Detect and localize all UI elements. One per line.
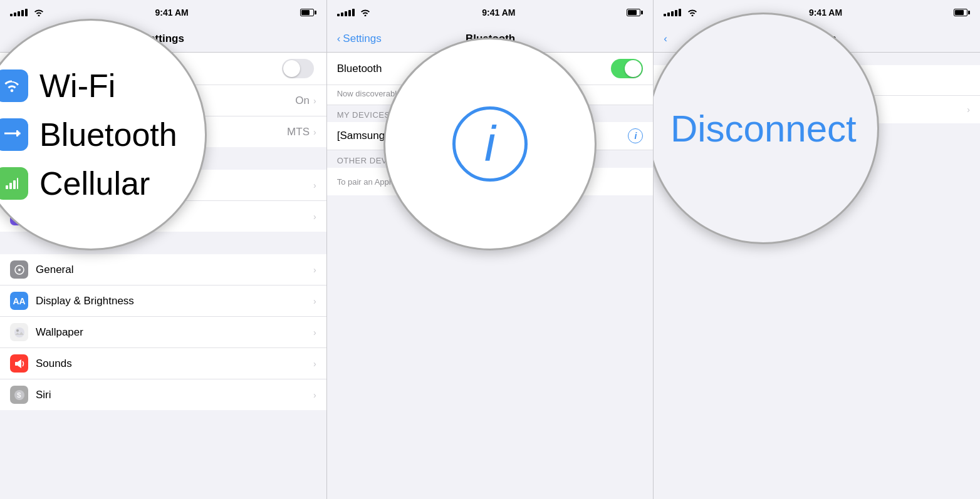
mag-cell-row: Cellular <box>0 165 150 202</box>
mag-cell-label: Cellular <box>39 165 150 202</box>
info-button[interactable]: i <box>628 128 643 143</box>
battery-panel3 <box>954 9 970 16</box>
mag-wifi-label: Wi-Fi <box>39 67 115 105</box>
back-label: Settings <box>343 33 381 45</box>
wallpaper-label: Wallpaper <box>36 326 313 339</box>
display-item[interactable]: AA Display & Brightness › <box>0 286 326 317</box>
cellular-value: MTS <box>287 126 310 138</box>
siri-chevron: › <box>313 390 316 400</box>
signal-panel3 <box>664 8 697 18</box>
status-bar-panel1: 9:41 AM <box>0 0 326 25</box>
wifi-icon-3 <box>687 9 697 16</box>
signal-panel2 <box>337 8 371 18</box>
back-button-panel3[interactable]: ‹ <box>664 33 667 45</box>
mag-bt-icon: ⭢ <box>0 118 28 151</box>
signal-bars-2 <box>337 9 355 16</box>
mag-bt-row: ⭢ Bluetooth <box>0 116 177 153</box>
sounds-icon <box>10 354 28 373</box>
svg-rect-12 <box>13 180 16 189</box>
info-circle: i <box>452 106 528 182</box>
mag-bt-label: Bluetooth <box>39 116 177 153</box>
device-chevron: › <box>967 105 970 115</box>
sounds-item[interactable]: Sounds › <box>0 348 326 379</box>
signal-panel1 <box>10 8 44 18</box>
wallpaper-chevron: › <box>313 327 316 337</box>
status-bar-panel2: 9:41 AM <box>327 0 654 25</box>
time-panel3: 9:41 AM <box>809 8 842 18</box>
back-button-panel2[interactable]: ‹ Settings <box>337 33 382 45</box>
bluetooth-toggle-on[interactable] <box>611 59 643 78</box>
general-item[interactable]: General › <box>0 254 326 286</box>
battery-panel1 <box>300 9 316 16</box>
time-panel2: 9:41 AM <box>482 8 515 18</box>
dnd-chevron: › <box>313 212 316 222</box>
magnifier-panel2: i <box>383 38 597 250</box>
svg-rect-10 <box>6 185 8 189</box>
info-letter: i <box>484 115 496 173</box>
device-detail-panel: 9:41 AM ‹ ear J-Series Disconnect ...et … <box>654 0 980 499</box>
wifi-toggle[interactable] <box>282 59 314 78</box>
display-chevron: › <box>313 296 316 306</box>
siri-label: Siri <box>36 389 313 401</box>
mag-wifi-row: Wi-Fi <box>0 67 115 105</box>
general-group: General › AA Display & Brightness › Wall… <box>0 254 326 410</box>
svg-rect-11 <box>9 183 12 189</box>
mag-wifi-icon <box>0 69 28 102</box>
status-bar-panel3: 9:41 AM <box>654 0 980 25</box>
general-label: General <box>36 264 313 276</box>
back-chevron-3: ‹ <box>664 33 667 45</box>
svg-rect-13 <box>17 178 18 189</box>
bluetooth-value: On <box>295 95 310 107</box>
svg-text:S: S <box>17 392 21 399</box>
magnifier-panel3: Disconnect <box>654 13 879 244</box>
settings-panel: 9:41 AM Settings Wi-Fi ⭢ <box>0 0 327 499</box>
mag-cell-icon <box>0 167 28 200</box>
time-panel1: 9:41 AM <box>155 8 189 18</box>
siri-icon: S <box>10 386 28 404</box>
bluetooth-panel: 9:41 AM ‹ Settings Bluetooth Bluetooth N… <box>327 0 654 499</box>
cellular-chevron: › <box>313 127 316 137</box>
svg-rect-7 <box>15 362 18 366</box>
control-center-chevron: › <box>313 180 316 190</box>
wifi-icon <box>34 9 44 16</box>
general-icon <box>10 260 28 279</box>
svg-point-4 <box>18 269 21 271</box>
svg-point-5 <box>14 327 24 337</box>
svg-point-6 <box>16 329 19 332</box>
sounds-chevron: › <box>313 359 316 369</box>
battery-panel2 <box>627 9 643 16</box>
signal-bars-3 <box>664 9 681 16</box>
general-chevron: › <box>313 265 316 275</box>
signal-bars <box>10 9 28 16</box>
disconnect-magnified: Disconnect <box>670 107 857 150</box>
siri-item[interactable]: S Siri › <box>0 379 326 410</box>
back-chevron: ‹ <box>337 33 341 45</box>
wallpaper-item[interactable]: Wallpaper › <box>0 317 326 348</box>
display-icon: AA <box>10 292 28 310</box>
wifi-icon-2 <box>360 9 370 16</box>
bluetooth-chevron: › <box>313 96 316 106</box>
wallpaper-icon <box>10 323 28 341</box>
sounds-label: Sounds <box>36 358 313 370</box>
display-label: Display & Brightness <box>36 295 313 307</box>
